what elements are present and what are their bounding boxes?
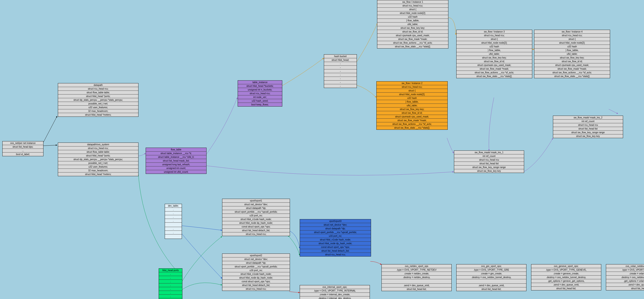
dev-table-node: dev_table; . . . . . .	[165, 204, 182, 239]
ovs-net-node: ovs_net/per net instance struct list_hea…	[2, 141, 44, 156]
mask-1-node: sw_flow_mask/ mask_ins_1 int ref_count s…	[454, 150, 524, 173]
title: ovs_net/per net instance	[2, 141, 43, 145]
hash-bucket-node: hash bucket struct hlist_head; - - - - -…	[324, 54, 357, 88]
sw-flow-2-node: sw_flow / instance 2 struct rcu_head rcu…	[376, 81, 448, 130]
sw-flow-1-node: sw_flow / instance 1 struct rcu_head rcu…	[377, 0, 448, 48]
mask-2-node: sw_flow_mask/ mask_ins_2 int ref_count s…	[553, 116, 623, 138]
ops-vxlan-node: ovs_vxlan_netdev_vport_ops; .type = OVS_…	[606, 264, 644, 291]
ops-netdev-node: ovs_netdev_vport_ops .type = OVS_VPORT_T…	[382, 264, 452, 291]
vport1-node: vport/vport1 struct net_device *dev; str…	[222, 199, 290, 236]
table-instance-node: table_instance struct hlist_head *bucket…	[238, 80, 282, 107]
datapath-ovs-system-node: datapath/ovs_system struct rcu_head rcu;…	[58, 143, 138, 176]
flow-table-node: flow_table struct table_instance __rcu *…	[146, 148, 206, 174]
vport2-node: vport/vport2 struct net_device *dev; str…	[222, 254, 290, 291]
vport3-node: vport/vport3 struct net_device *dev; str…	[300, 219, 371, 257]
sw-flow-4-node: sw_flow / instance 4 struct rcu_head rcu…	[534, 30, 610, 78]
ops-internal-node: ovs_internal_vport_ops; .type = OVS_VPOR…	[300, 285, 370, 299]
ops-gre-node: ovs_gre_vport_ops; .type = OVS_VPORT_TYP…	[456, 264, 526, 291]
datapath-node: datapath struct rcu_head rcu; struct flo…	[58, 83, 138, 117]
ops-geneve-node: ovs_geneve_vport_ops; .type = OVS_VPORT_…	[531, 264, 601, 291]
hlist-head-ports-node: hlist_head ports . . . . . . . .	[159, 268, 182, 299]
sw-flow-3-node: sw_flow / instance 3 struct rcu_head rcu…	[456, 30, 532, 78]
